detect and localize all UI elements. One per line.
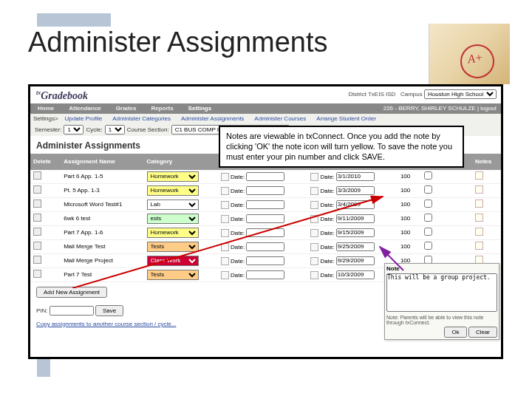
nav-attendance[interactable]: Attendance	[61, 105, 109, 112]
extra-credit-checkbox[interactable]	[424, 200, 432, 208]
slide-title: Administer Assignments	[28, 27, 328, 58]
calendar-icon[interactable]	[310, 201, 318, 209]
calendar-icon[interactable]	[221, 215, 229, 223]
semester-select[interactable]: 1	[64, 125, 83, 134]
note-icon[interactable]	[475, 200, 483, 208]
date-due-input[interactable]	[336, 200, 375, 209]
date-due-input[interactable]	[336, 270, 375, 279]
assignment-name: Pt. 5 App. 1-3	[61, 183, 143, 197]
date-assigned-input[interactable]	[246, 186, 284, 195]
calendar-icon[interactable]	[221, 201, 229, 209]
calendar-icon[interactable]	[221, 243, 229, 251]
nav-home[interactable]: Home	[30, 105, 61, 112]
subnav-admin-courses[interactable]: Administer Courses	[249, 115, 311, 122]
delete-icon[interactable]	[33, 185, 41, 194]
calendar-icon[interactable]	[221, 257, 229, 265]
category-select[interactable]: Homework	[147, 185, 199, 196]
cycle-select[interactable]: 1	[105, 125, 125, 134]
extra-credit-checkbox[interactable]	[424, 214, 432, 222]
extra-credit-checkbox[interactable]	[424, 228, 432, 236]
delete-icon[interactable]	[33, 171, 41, 180]
campus-select[interactable]: Houston High School	[424, 89, 497, 99]
nav-reports[interactable]: Reports	[143, 105, 180, 112]
note-icon[interactable]	[475, 228, 483, 236]
date-due-input[interactable]	[336, 242, 375, 251]
delete-icon[interactable]	[33, 200, 41, 208]
category-select[interactable]: Homework	[147, 228, 199, 238]
category-select[interactable]: Tests	[147, 270, 199, 280]
date-assigned-input[interactable]	[246, 242, 284, 251]
category-select[interactable]: Tests	[147, 242, 199, 252]
date-assigned-input[interactable]	[246, 172, 284, 181]
note-icon[interactable]	[475, 214, 483, 222]
subnav-admin-categories[interactable]: Administer Categories	[107, 115, 176, 122]
category-select[interactable]: Class Work	[147, 256, 199, 266]
calendar-icon[interactable]	[310, 229, 318, 237]
settings-crumb: Settings>	[33, 115, 60, 122]
delete-icon[interactable]	[33, 256, 41, 264]
date-assigned-input[interactable]	[246, 200, 284, 209]
calendar-icon[interactable]	[310, 257, 318, 265]
date-assigned-input[interactable]	[246, 228, 284, 237]
pin-input[interactable]	[50, 306, 94, 316]
assignment-name: Part 6 App. 1-5	[61, 170, 143, 184]
calendar-icon[interactable]	[310, 243, 318, 251]
note-textarea[interactable]: This will be a group project.	[386, 273, 497, 312]
save-button[interactable]: Save	[95, 305, 123, 316]
note-icon[interactable]	[475, 171, 483, 180]
extra-credit-checkbox[interactable]	[424, 242, 432, 250]
note-clear-button[interactable]: Clear	[468, 327, 497, 338]
date-due-input[interactable]	[336, 228, 375, 237]
date-due-input[interactable]	[336, 172, 375, 181]
category-select[interactable]: ests	[147, 214, 199, 224]
delete-icon[interactable]	[33, 214, 41, 222]
calendar-icon[interactable]	[221, 187, 229, 195]
note-icon[interactable]	[475, 242, 483, 250]
date-assigned-input[interactable]	[246, 214, 284, 223]
callout-text: Notes are viewable in txConnect. Once yo…	[226, 132, 452, 161]
calendar-icon[interactable]	[221, 229, 229, 237]
assignment-name: 6wk 6 test	[61, 211, 143, 225]
nav-grades[interactable]: Grades	[109, 105, 144, 112]
total-points: 100	[398, 183, 421, 197]
subnav-update-profile[interactable]: Update Profile	[60, 115, 108, 122]
category-select[interactable]: Homework	[147, 171, 199, 182]
total-points: 100	[398, 225, 421, 239]
decoration-photo: A+	[429, 24, 510, 84]
col-notes: Notes	[472, 154, 501, 170]
grade-mark: A+	[467, 51, 484, 66]
date-due-input[interactable]	[336, 214, 375, 223]
table-row: Pt. 5 App. 1-3HomeworkDate: Date: 100	[30, 183, 501, 197]
calendar-icon[interactable]	[221, 271, 229, 279]
subnav-admin-assignments[interactable]: Administer Assignments	[176, 115, 249, 122]
note-icon[interactable]	[475, 185, 483, 194]
calendar-icon[interactable]	[310, 215, 318, 223]
logout-link[interactable]: logout	[480, 105, 497, 112]
assignment-name: Part 7 Test	[61, 267, 143, 282]
sub-nav: Settings> Update Profile Administer Cate…	[30, 114, 501, 123]
delete-icon[interactable]	[33, 228, 41, 236]
col-category: Category	[144, 154, 218, 170]
extra-credit-checkbox[interactable]	[424, 185, 432, 194]
delete-icon[interactable]	[33, 270, 41, 278]
calendar-icon[interactable]	[310, 187, 318, 195]
extra-credit-checkbox[interactable]	[424, 171, 432, 180]
decoration-top-block	[37, 13, 111, 27]
add-assignment-button[interactable]: Add New Assignment	[36, 287, 107, 298]
delete-icon[interactable]	[33, 242, 41, 250]
date-due-input[interactable]	[336, 256, 375, 265]
date-assigned-input[interactable]	[246, 270, 284, 279]
subnav-arrange-students[interactable]: Arrange Student Order	[311, 115, 381, 122]
nav-settings[interactable]: Settings	[181, 105, 219, 112]
col-assignment: Assignment Name	[61, 154, 143, 170]
total-points: 100	[398, 239, 421, 253]
note-ok-button[interactable]: Ok	[444, 327, 466, 338]
date-assigned-input[interactable]	[246, 256, 284, 265]
calendar-icon[interactable]	[221, 173, 229, 181]
calendar-icon[interactable]	[310, 271, 318, 279]
note-popup-title: Note	[386, 265, 497, 273]
calendar-icon[interactable]	[310, 173, 318, 181]
category-select[interactable]: Lab	[147, 200, 199, 210]
header-right: District TxEIS ISD Campus Houston High S…	[348, 89, 497, 99]
date-due-input[interactable]	[336, 186, 375, 195]
